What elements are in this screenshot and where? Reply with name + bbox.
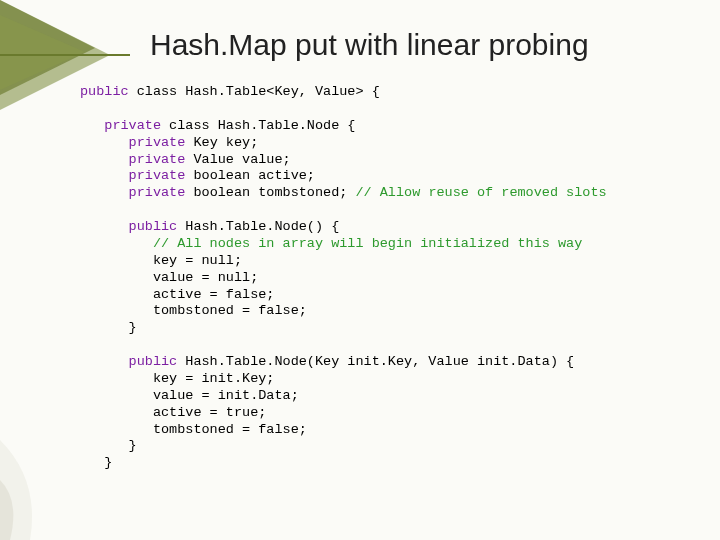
code-keyword: private	[80, 185, 185, 200]
code-text: active = true;	[80, 405, 266, 420]
code-text: Hash.Table.Node(Key init.Key, Value init…	[177, 354, 574, 369]
code-text: tombstoned = false;	[80, 303, 307, 318]
code-keyword: public	[80, 354, 177, 369]
code-keyword: private	[80, 118, 161, 133]
code-keyword: public	[80, 219, 177, 234]
code-listing: public class Hash.Table<Key, Value> { pr…	[80, 84, 607, 472]
code-comment: // All nodes in array will begin initial…	[80, 236, 582, 251]
code-text: }	[80, 455, 112, 470]
code-text: class Hash.Table.Node {	[161, 118, 355, 133]
code-keyword: private	[80, 135, 185, 150]
code-text: tombstoned = false;	[80, 422, 307, 437]
slide-title: Hash.Map put with linear probing	[150, 28, 589, 62]
code-text: Value value;	[185, 152, 290, 167]
code-keyword: public	[80, 84, 129, 99]
code-text: }	[80, 438, 137, 453]
code-text: key = null;	[80, 253, 242, 268]
code-text: active = false;	[80, 287, 274, 302]
code-text: value = null;	[80, 270, 258, 285]
code-keyword: private	[80, 168, 185, 183]
code-text: value = init.Data;	[80, 388, 299, 403]
code-text: }	[80, 320, 137, 335]
code-keyword: private	[80, 152, 185, 167]
code-text: class Hash.Table<Key, Value> {	[129, 84, 380, 99]
code-text: Key key;	[185, 135, 258, 150]
code-text: boolean active;	[185, 168, 315, 183]
code-comment: // Allow reuse of removed slots	[355, 185, 606, 200]
code-text: boolean tombstoned;	[185, 185, 355, 200]
code-text: key = init.Key;	[80, 371, 274, 386]
code-text: Hash.Table.Node() {	[177, 219, 339, 234]
